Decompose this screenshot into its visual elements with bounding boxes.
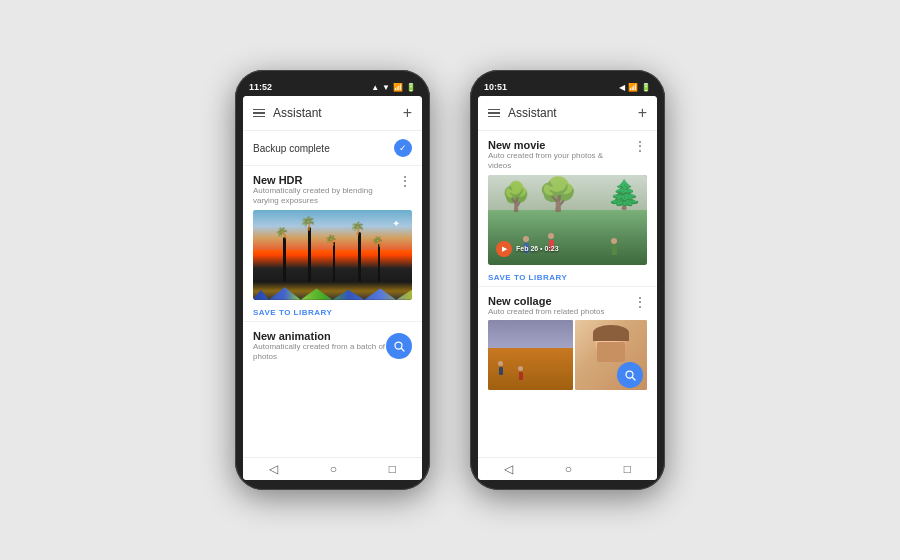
screen-2: Assistant + New movie Auto created from … bbox=[478, 96, 657, 480]
app-title-2: Assistant bbox=[508, 106, 557, 120]
movie-subtitle: Auto created from your photos & videos bbox=[488, 151, 628, 172]
status-icons-1: ▲ ▼ 📶 🔋 bbox=[371, 83, 416, 92]
climber-1 bbox=[498, 361, 503, 375]
app-bar-2: Assistant + bbox=[478, 96, 657, 131]
nav-bar-2: ◁ ○ □ bbox=[478, 457, 657, 480]
hdr-card-header: New HDR Automatically created by blendin… bbox=[253, 174, 412, 207]
frond-5: 🌴 bbox=[370, 235, 384, 248]
palm-3 bbox=[333, 242, 335, 282]
movie-card-header: New movie Auto created from your photos … bbox=[488, 139, 647, 172]
app-bar-left-1: Assistant bbox=[253, 106, 322, 120]
climber-2 bbox=[518, 366, 523, 380]
movie-play-icon: ▶ bbox=[496, 241, 512, 257]
tree-1: 🌳 bbox=[502, 180, 530, 213]
palm-4 bbox=[358, 232, 361, 282]
add-button-2[interactable]: + bbox=[638, 104, 647, 122]
menu-icon-1[interactable] bbox=[253, 109, 265, 118]
app-bar-left-2: Assistant bbox=[488, 106, 557, 120]
collage-title: New collage bbox=[488, 295, 605, 307]
palm-1 bbox=[283, 237, 286, 282]
svg-line-1 bbox=[401, 348, 404, 351]
movie-badge: ▶ Feb 26 • 0:23 bbox=[496, 241, 559, 257]
add-button-1[interactable]: + bbox=[403, 104, 412, 122]
hdr-more-icon[interactable]: ⋮ bbox=[398, 174, 412, 188]
backup-bar: Backup complete ✓ bbox=[243, 131, 422, 166]
collage-more-icon[interactable]: ⋮ bbox=[633, 295, 647, 309]
app-bar-1: Assistant + bbox=[243, 96, 422, 131]
collage-card: New collage Auto created from related ph… bbox=[478, 287, 657, 320]
collage-image-1 bbox=[488, 320, 573, 390]
tree-3: 🌲 bbox=[607, 178, 642, 211]
hdr-card-text: New HDR Automatically created by blendin… bbox=[253, 174, 393, 207]
screen-content-2: New movie Auto created from your photos … bbox=[478, 131, 657, 457]
palm-2 bbox=[308, 227, 311, 282]
hdr-image: 🌴 🌴 🌴 🌴 🌴 ✦ bbox=[253, 210, 412, 300]
hdr-title: New HDR bbox=[253, 174, 393, 186]
animation-card: New animation Automatically created from… bbox=[243, 322, 422, 371]
search-fab-1[interactable] bbox=[386, 333, 412, 359]
frond-3: 🌴 bbox=[325, 233, 338, 245]
screen-content-1: Backup complete ✓ New HDR Automatically … bbox=[243, 131, 422, 457]
recents-icon-2[interactable]: □ bbox=[624, 462, 631, 476]
figure-3 bbox=[611, 238, 617, 255]
collage-card-header: New collage Auto created from related ph… bbox=[488, 295, 647, 317]
home-icon-1[interactable]: ○ bbox=[330, 462, 337, 476]
time-1: 11:52 bbox=[249, 82, 272, 92]
hdr-subtitle: Automatically created by blending varyin… bbox=[253, 186, 393, 207]
svg-line-3 bbox=[632, 377, 635, 380]
movie-more-icon[interactable]: ⋮ bbox=[633, 139, 647, 153]
screen-1: Assistant + Backup complete ✓ New HDR Au… bbox=[243, 96, 422, 480]
backup-text: Backup complete bbox=[253, 143, 330, 154]
save-bar-2[interactable]: SAVE TO LIBRARY bbox=[478, 269, 657, 287]
movie-card: New movie Auto created from your photos … bbox=[478, 131, 657, 269]
animation-card-text: New animation Automatically created from… bbox=[253, 330, 386, 363]
cloud-check-icon: ✓ bbox=[394, 139, 412, 157]
movie-title: New movie bbox=[488, 139, 628, 151]
app-title-1: Assistant bbox=[273, 106, 322, 120]
animation-subtitle: Automatically created from a batch of ph… bbox=[253, 342, 386, 363]
sparkle-icon: ✦ bbox=[392, 218, 400, 229]
person-body bbox=[597, 342, 625, 362]
hdr-card: New HDR Automatically created by blendin… bbox=[243, 166, 422, 304]
status-icons-2: ◀ 📶 🔋 bbox=[619, 83, 651, 92]
status-bar-2: 10:51 ◀ 📶 🔋 bbox=[478, 80, 657, 96]
status-bar-1: 11:52 ▲ ▼ 📶 🔋 bbox=[243, 80, 422, 96]
menu-icon-2[interactable] bbox=[488, 109, 500, 118]
palm-5 bbox=[378, 244, 380, 282]
recents-icon-1[interactable]: □ bbox=[389, 462, 396, 476]
phone-1: 11:52 ▲ ▼ 📶 🔋 Assistant + Backup complet… bbox=[235, 70, 430, 490]
phone-2: 10:51 ◀ 📶 🔋 Assistant + New movie bbox=[470, 70, 665, 490]
back-icon-1[interactable]: ◁ bbox=[269, 462, 278, 476]
collage-subtitle: Auto created from related photos bbox=[488, 307, 605, 317]
movie-image: 🌳 🌳 🌲 bbox=[488, 175, 647, 265]
search-fab-2[interactable] bbox=[617, 362, 643, 388]
movie-date: Feb 26 • 0:23 bbox=[516, 245, 559, 252]
collage-card-text: New collage Auto created from related ph… bbox=[488, 295, 605, 317]
nav-bar-1: ◁ ○ □ bbox=[243, 457, 422, 480]
save-bar-1[interactable]: SAVE TO LIBRARY bbox=[243, 304, 422, 322]
back-icon-2[interactable]: ◁ bbox=[504, 462, 513, 476]
home-icon-2[interactable]: ○ bbox=[565, 462, 572, 476]
frond-2: 🌴 bbox=[299, 214, 317, 232]
tree-2: 🌳 bbox=[538, 175, 578, 213]
collage-images bbox=[478, 320, 657, 396]
time-2: 10:51 bbox=[484, 82, 507, 92]
movie-card-text: New movie Auto created from your photos … bbox=[488, 139, 628, 172]
animation-title: New animation bbox=[253, 330, 386, 342]
person-hair bbox=[593, 325, 629, 341]
